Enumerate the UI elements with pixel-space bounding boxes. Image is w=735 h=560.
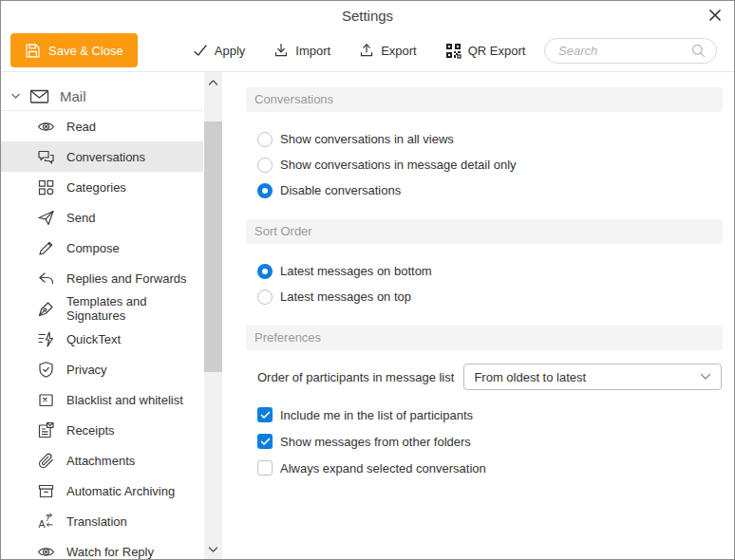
check-icon [260, 438, 271, 446]
sidebar-item-label: Replies and Forwards [66, 271, 186, 286]
checkbox-include-me[interactable]: Include me in the list of participants [257, 401, 723, 428]
checkbox-unchecked-icon[interactable] [257, 460, 273, 476]
radio-show-conversations-detail-only[interactable]: Show conversations in message detail onl… [257, 152, 723, 177]
export-button[interactable]: Export [359, 43, 417, 58]
radio-latest-messages-bottom[interactable]: Latest messages on bottom [257, 258, 723, 284]
close-icon [708, 9, 722, 22]
sidebar-scrollbar[interactable] [204, 72, 222, 559]
sidebar-item-receipts[interactable]: Receipts [1, 415, 203, 445]
participants-order-row: Order of participants in message list Fr… [257, 364, 723, 390]
window-title: Settings [1, 8, 734, 24]
radio-disable-conversations[interactable]: Disable conversations [257, 177, 723, 203]
sidebar-item-label: Read [66, 120, 96, 134]
sidebar-item-blacklist-and-whitelist[interactable]: Blacklist and whitelist [1, 384, 203, 415]
translate-icon: Aｱ [37, 513, 55, 531]
check-icon [193, 43, 208, 58]
search-input[interactable] [558, 44, 690, 58]
app-body: Mail Read Conversations Categories Send [1, 72, 734, 559]
scroll-down-button[interactable] [204, 541, 222, 557]
sidebar-item-compose[interactable]: Compose [1, 233, 203, 263]
radio-selected-icon[interactable] [257, 183, 273, 198]
save-close-label: Save & Close [48, 44, 123, 58]
sidebar-group-mail[interactable]: Mail [1, 83, 203, 111]
sidebar: Mail Read Conversations Categories Send [1, 72, 229, 559]
sidebar-item-send[interactable]: Send [1, 202, 203, 233]
sidebar-item-watch-for-reply[interactable]: Watch for Reply [1, 536, 203, 560]
chat-bubbles-icon [37, 148, 55, 166]
category-grid-icon [37, 178, 55, 196]
qr-export-label: QR Export [468, 44, 526, 58]
sidebar-item-label: Templates and Signatures [66, 294, 203, 323]
sidebar-item-label: Send [66, 211, 95, 225]
import-button[interactable]: Import [273, 43, 330, 58]
radio-label: Show conversations in all views [280, 132, 454, 146]
sidebar-item-conversations[interactable]: Conversations [1, 141, 203, 172]
receipt-envelope-icon [37, 421, 55, 439]
participants-order-label: Order of participants in message list [257, 370, 454, 384]
pencil-icon [37, 239, 55, 257]
pen-nib-icon [37, 300, 55, 318]
sidebar-item-label: Conversations [66, 150, 145, 164]
blocked-box-icon [37, 391, 55, 409]
sidebar-item-replies-and-forwards[interactable]: Replies and Forwards [1, 263, 203, 293]
reply-arrow-icon [37, 270, 55, 288]
checkbox-show-messages-other-folders[interactable]: Show messages from other folders [257, 428, 723, 455]
sidebar-item-label: Compose [66, 241, 120, 255]
checkbox-label: Include me in the list of participants [280, 408, 473, 422]
preferences-checkboxes: Include me in the list of participants S… [257, 401, 723, 481]
participants-order-value: From oldest to latest [474, 370, 586, 384]
close-button[interactable] [707, 8, 724, 25]
scroll-up-button[interactable] [204, 74, 222, 90]
apply-button[interactable]: Apply [193, 43, 246, 58]
save-close-button[interactable]: Save & Close [10, 33, 138, 67]
search-box [544, 38, 717, 64]
settings-main-panel: Conversations Show conversations in all … [229, 72, 734, 559]
radio-icon[interactable] [257, 289, 273, 305]
sidebar-item-automatic-archiving[interactable]: Automatic Archiving [1, 476, 203, 506]
sidebar-item-label: Translation [66, 514, 127, 529]
checkbox-checked-icon[interactable] [257, 407, 273, 422]
checkbox-checked-icon[interactable] [257, 434, 273, 449]
sidebar-item-templates-and-signatures[interactable]: Templates and Signatures [1, 293, 203, 324]
section-header-conversations: Conversations [246, 87, 723, 112]
eye-icon [37, 543, 55, 560]
archive-box-icon [37, 482, 55, 500]
sidebar-rows: Mail Read Conversations Categories Send [1, 83, 203, 560]
search-icon [690, 43, 707, 59]
sidebar-item-label: Blacklist and whitelist [66, 393, 183, 407]
checkbox-always-expand-conversation[interactable]: Always expand selected conversation [257, 455, 723, 481]
radio-selected-icon[interactable] [257, 264, 273, 279]
save-icon [25, 43, 41, 59]
sidebar-item-read[interactable]: Read [1, 111, 203, 141]
qr-export-button[interactable]: QR Export [445, 43, 526, 59]
paper-plane-icon [37, 209, 55, 227]
quicktext-lightning-icon [37, 330, 55, 348]
scrollbar-thumb[interactable] [204, 121, 222, 372]
radio-icon[interactable] [257, 158, 273, 173]
sort-order-options: Latest messages on bottom Latest message… [257, 258, 723, 309]
sidebar-item-label: Categories [66, 180, 126, 195]
sidebar-item-label: Watch for Reply [66, 545, 154, 559]
sidebar-item-attachments[interactable]: Attachments [1, 445, 203, 476]
sidebar-item-privacy[interactable]: Privacy [1, 354, 203, 384]
sidebar-item-label: Attachments [66, 454, 135, 468]
checkbox-label: Show messages from other folders [280, 435, 471, 449]
sidebar-item-label: Automatic Archiving [66, 484, 175, 498]
export-label: Export [381, 44, 417, 58]
export-icon [359, 43, 374, 58]
radio-show-conversations-all-views[interactable]: Show conversations in all views [257, 126, 723, 152]
eye-icon [37, 118, 55, 136]
svg-text:A: A [39, 518, 46, 530]
sidebar-item-quicktext[interactable]: QuickText [1, 324, 203, 354]
mail-envelope-icon [29, 88, 49, 104]
settings-window: Settings Save & Close Apply Import Expor… [0, 0, 735, 560]
radio-latest-messages-top[interactable]: Latest messages on top [257, 284, 723, 309]
section-header-sort-order: Sort Order [246, 219, 723, 244]
participants-order-select[interactable]: From oldest to latest [463, 364, 722, 390]
check-icon [260, 411, 271, 420]
apply-label: Apply [215, 44, 246, 58]
radio-icon[interactable] [257, 132, 273, 147]
shield-check-icon [37, 361, 55, 379]
sidebar-item-categories[interactable]: Categories [1, 172, 203, 202]
sidebar-item-translation[interactable]: Aｱ Translation [1, 506, 203, 536]
